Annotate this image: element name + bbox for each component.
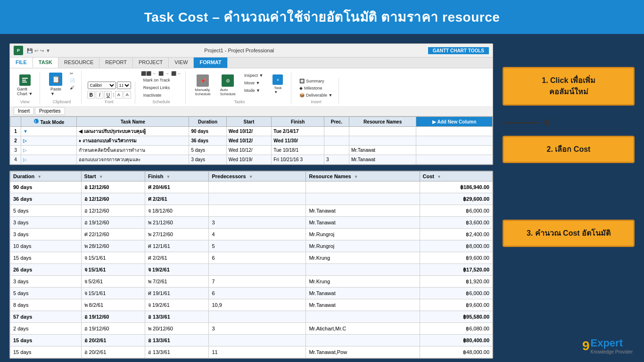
copy-button[interactable]: 📄 [67, 77, 77, 84]
cell-start: อ 20/2/61 [81, 335, 145, 346]
cell-resource [306, 193, 420, 205]
row-pred [324, 136, 349, 146]
summary-button[interactable]: 🔲 Summary [297, 78, 335, 84]
tab-project[interactable]: PROJECT [133, 58, 169, 68]
table-row: 3 ▷ กำหนดคลัตบิขั้นตอนการทำงาน 5 days We… [10, 146, 493, 155]
table-row: 10 days พ 28/12/60 ศ 12/1/61 5 Mr.Rungro… [10, 240, 493, 252]
row-pred: 3 [324, 155, 349, 165]
row-finish: Tue 10/18/1 [272, 146, 324, 155]
mode-button[interactable]: Mode ▼ [242, 87, 265, 94]
cell-finish: ศ 12/1/61 [145, 240, 209, 252]
col-start: Start [226, 117, 272, 127]
row-num: 2 [10, 136, 21, 146]
tab-report[interactable]: REPORT [99, 58, 133, 68]
tab-task[interactable]: TASK [33, 58, 58, 68]
cell-start: พ 28/12/60 [81, 240, 145, 252]
cell-pred: 3 [209, 217, 306, 229]
inactivate-button[interactable]: Inactivate [141, 92, 182, 99]
cell-resource: Mr.Atichart,Mr.C [306, 323, 420, 335]
tab-file[interactable]: FILE [10, 58, 33, 68]
auto-schedule-button[interactable]: ⚙ AutoSchedule [217, 72, 239, 99]
row-num: 3 [10, 146, 21, 155]
bg-color-button[interactable]: A [115, 91, 123, 99]
cell-finish: จ 19/2/61 [145, 299, 209, 311]
insert-btns: 🔲 Summary ◆ Milestone 📦 Deliverable ▼ [297, 78, 335, 99]
cell-finish: จ 19/2/61 [145, 264, 209, 276]
sort-duration-icon[interactable]: ▼ [37, 174, 41, 179]
gantt-chart-label: GanttChart ▼ [17, 87, 33, 96]
gantt-chart-button[interactable]: GanttChart ▼ [14, 72, 36, 99]
milestone-button[interactable]: ◆ Milestone [297, 85, 335, 91]
annotation-step3: 3. คำนวณ Cost อัตโนมัติ [503, 220, 635, 247]
font-family-select[interactable]: Calibri [88, 82, 116, 89]
table-row: 90 days อ 12/12/60 ศ 20/4/61 ฿186,940.00 [10, 181, 493, 193]
insert-section-tab[interactable]: Insert [14, 107, 34, 115]
svg-text:i: i [35, 119, 36, 123]
table-row: 3 days อ 19/12/60 พ 21/12/60 3 Mr.Tanawa… [10, 217, 493, 229]
col-resource: Resource Names [349, 117, 416, 127]
properties-section-tab[interactable]: Properties [35, 107, 65, 115]
table-row: 3 days จ 5/2/61 พ 7/2/61 7 Mr.Krung ฿1,9… [10, 276, 493, 288]
row-mode: ▷ [21, 136, 77, 146]
cell-duration: 3 days [10, 217, 82, 229]
font-color-button[interactable]: A [124, 91, 131, 99]
cell-cost: ฿186,940.00 [420, 181, 492, 193]
logo-nine: 9 [582, 338, 590, 354]
font-size-select[interactable]: 11 [117, 82, 131, 89]
sort-cost-icon[interactable]: ▼ [437, 174, 441, 179]
tab-view[interactable]: VIEW [169, 58, 194, 68]
cell-resource: Mr.Rungroj [306, 240, 420, 252]
cell-cost: ฿17,520.00 [420, 264, 492, 276]
mark-on-track-button[interactable]: Mark on Track [141, 77, 182, 83]
add-new-column-header[interactable]: ▶ Add New Column [416, 117, 493, 127]
deliverable-button[interactable]: 📦 Deliverable ▼ [297, 92, 335, 99]
tab-resource[interactable]: RESOURCE [58, 58, 99, 68]
format-painter-button[interactable]: 🖌 [67, 84, 77, 91]
col-num [10, 117, 21, 127]
ribbon-group-view: GanttChart ▼ View [14, 72, 40, 104]
ribbon-tabs: FILE TASK RESOURCE REPORT PROJECT VIEW F… [10, 58, 493, 68]
annotation-step2: 2. เลือก Cost [503, 136, 635, 163]
cell-cost: ฿80,400.00 [420, 335, 492, 346]
cell-pred: 4 [209, 229, 306, 240]
respect-links-button[interactable]: Respect Links [141, 84, 182, 91]
manually-schedule-button[interactable]: 📌 ManuallySchedule [191, 72, 214, 99]
tab-format[interactable]: FORMAT [194, 58, 227, 68]
table-row: 15 days จ 15/1/61 ศ 2/2/61 6 Mr.Krung ฿9… [10, 252, 493, 264]
table-row: 2 ▷ ♦ งานออกแบบด้านวิศวกรรม 36 days Wed … [10, 136, 493, 146]
row-mode: ▷ [21, 155, 77, 165]
cell-duration: 8 days [10, 299, 82, 311]
view-label: View [20, 99, 29, 104]
ms-project-window: P 💾 ↩ ↪ ▼ Project1 - Project Professiona… [9, 43, 493, 165]
table-row: 36 days อ 12/12/60 ศ 2/2/61 ฿29,600.00 [10, 193, 493, 205]
cell-duration: 3 days [10, 229, 82, 240]
right-annotations: 1. Click เพื่อเพิ่มคอลัมน์ใหม่ 2. เลือก … [503, 43, 635, 354]
sort-start-icon[interactable]: ▼ [99, 174, 103, 179]
cell-duration: 15 days [10, 346, 82, 358]
cell-duration: 5 days [10, 288, 82, 299]
task-button[interactable]: + Task▼ [268, 72, 287, 97]
cell-duration: 15 days [10, 252, 82, 264]
row-pred [324, 146, 349, 155]
paste-button[interactable]: 📋 Paste▼ [46, 70, 66, 99]
sort-resource-icon[interactable]: ▼ [354, 174, 358, 179]
row-pred [324, 127, 349, 136]
paste-label: Paste▼ [50, 87, 61, 96]
move-button[interactable]: Move ▼ [242, 80, 265, 86]
row-new-col [416, 146, 493, 155]
cut-button[interactable]: ✂ [67, 70, 77, 77]
ribbon-group-tasks: 📌 ManuallySchedule ⚙ AutoSchedule Inspec… [191, 72, 291, 104]
table-row: 57 days อ 19/12/60 อ 13/3/61 ฿95,580.00 [10, 311, 493, 323]
sort-finish-icon[interactable]: ▼ [166, 174, 170, 179]
cell-pred [209, 335, 306, 346]
sort-pred-icon[interactable]: ▼ [249, 174, 253, 179]
inspect-button[interactable]: Inspect ▼ [242, 72, 265, 79]
row-finish: Tue 2/14/17 [272, 127, 324, 136]
italic-button[interactable]: I [96, 91, 103, 99]
bold-button[interactable]: B [87, 91, 95, 99]
cell-finish: อ 13/3/61 [145, 311, 209, 323]
cell-finish: จ 18/12/60 [145, 205, 209, 217]
underline-button[interactable]: U [104, 91, 112, 99]
ribbon-group-schedule: ⬛⬛ ← ⬛ → ⬛ ← Mark on Track Respect Links… [141, 71, 186, 104]
cell-cost: ฿48,000.00 [420, 346, 492, 358]
